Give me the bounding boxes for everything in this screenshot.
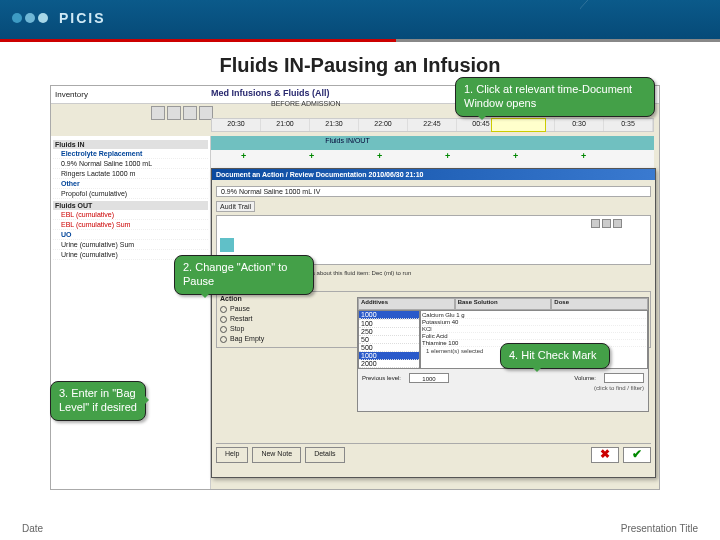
confirm-check-button[interactable]: ✔ bbox=[623, 447, 651, 463]
timeline-highlight[interactable] bbox=[491, 118, 546, 132]
panel-subtitle: BEFORE ADMISSION bbox=[271, 100, 341, 107]
dialog-buttonbar: Help New Note Details ✖ ✔ bbox=[216, 443, 651, 473]
list-item[interactable]: 0.9% Normal Saline 1000 mL bbox=[53, 159, 208, 169]
window-controls[interactable] bbox=[590, 219, 630, 229]
list-item[interactable]: EBL (cumulative) bbox=[53, 210, 208, 220]
cancel-button[interactable]: ✖ bbox=[591, 447, 619, 463]
fluid-icon bbox=[220, 238, 234, 252]
document-action-dialog: Document an Action / Review Documentatio… bbox=[211, 168, 656, 478]
column-headers: Additives Base Solution Dose bbox=[358, 298, 648, 310]
footer-date: Date bbox=[22, 523, 43, 534]
slide-body: Inventory Med Infusions & Fluids (All) B… bbox=[0, 85, 720, 515]
toolbar-icons bbox=[151, 106, 213, 120]
fluids-header-bar: Fluids IN/OUT bbox=[211, 136, 654, 150]
callout-step-3: 3. Enter in "Bag Level" if desired bbox=[50, 381, 146, 421]
brand-text: PICIS bbox=[59, 10, 106, 26]
inventory-label: Inventory bbox=[55, 90, 88, 99]
fluids-out-header: Fluids OUT bbox=[53, 201, 208, 210]
footer-title: Presentation Title bbox=[621, 523, 698, 534]
list-item[interactable]: Urine (cumulative) Sum bbox=[53, 240, 208, 250]
app-screenshot: Inventory Med Infusions & Fluids (All) B… bbox=[50, 85, 660, 490]
panel-footer: Previous level: 1000 Volume: bbox=[358, 371, 648, 385]
list-item[interactable]: EBL (cumulative) Sum bbox=[53, 220, 208, 230]
filter-hint: (click to find / filter) bbox=[358, 385, 648, 391]
list-item[interactable]: Propofol (cumulative) bbox=[53, 189, 208, 199]
prev-level-input[interactable]: 1000 bbox=[409, 373, 449, 383]
callout-step-1: 1. Click at relevant time-Document Windo… bbox=[455, 77, 655, 117]
list-item[interactable]: Other bbox=[53, 179, 208, 189]
new-note-button[interactable]: New Note bbox=[252, 447, 301, 463]
list-item[interactable]: UO bbox=[53, 230, 208, 240]
timeline[interactable]: 20:3021:0021:3022:0022:4500:4500:500:300… bbox=[211, 118, 654, 132]
callout-step-4: 4. Hit Check Mark bbox=[500, 343, 610, 369]
fluids-in-header: Fluids IN bbox=[53, 140, 208, 149]
dialog-titlebar: Document an Action / Review Documentatio… bbox=[212, 169, 655, 180]
list-item[interactable]: Ringers Lactate 1000 m bbox=[53, 169, 208, 179]
volume-input[interactable] bbox=[604, 373, 644, 383]
left-panel: Fluids IN Electrolyte Replacement 0.9% N… bbox=[51, 136, 211, 489]
dialog-subheader: 0.9% Normal Saline 1000 mL IV bbox=[216, 186, 651, 197]
brand-banner: PICIS bbox=[0, 0, 720, 40]
list-item[interactable]: Electrolyte Replacement bbox=[53, 149, 208, 159]
slide-footer: Date Presentation Title bbox=[0, 523, 720, 534]
details-button[interactable]: Details bbox=[305, 447, 344, 463]
help-button[interactable]: Help bbox=[216, 447, 248, 463]
audit-trail-button[interactable]: Audit Trail bbox=[216, 201, 255, 212]
callout-step-2: 2. Change "Action" to Pause bbox=[174, 255, 314, 295]
panel-title: Med Infusions & Fluids (All) bbox=[211, 88, 330, 98]
bag-level-list[interactable]: 1000 100 250 50 500 1000 2000 bbox=[358, 310, 420, 369]
